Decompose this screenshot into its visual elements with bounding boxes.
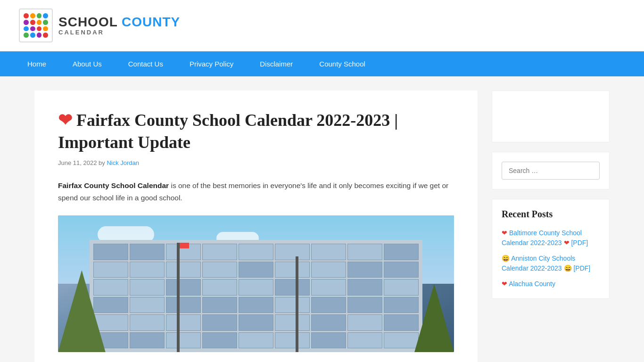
- logo-subtitle: CALENDAR: [58, 29, 180, 36]
- building-window: [166, 332, 201, 348]
- building-window: [166, 297, 201, 313]
- building-window: [130, 244, 165, 260]
- building-window: [311, 244, 346, 260]
- building-window: [130, 297, 165, 313]
- building-window: [202, 297, 237, 313]
- recent-post-item: 😄 Anniston City Schools Calendar 2022-20…: [502, 254, 600, 273]
- logo-icon: [19, 8, 53, 42]
- building-window: [311, 314, 346, 330]
- nav-link-home[interactable]: Home: [14, 51, 59, 76]
- building-window: [239, 332, 273, 348]
- building-window: [347, 297, 382, 313]
- building-window: [239, 314, 273, 330]
- article-author[interactable]: Nick Jordan: [107, 159, 139, 166]
- nav-link-disclaimer[interactable]: Disclaimer: [247, 51, 306, 76]
- building-window: [311, 262, 346, 278]
- nav-item-privacy[interactable]: Privacy Policy: [176, 51, 247, 76]
- nav-item-home[interactable]: Home: [14, 51, 59, 76]
- sidebar: Recent Posts ❤ Baltimore County School C…: [492, 90, 610, 362]
- building-window: [166, 262, 201, 278]
- post1-heart-icon: ❤: [502, 229, 507, 237]
- recent-post-link-1[interactable]: ❤ Baltimore County School Calendar 2022-…: [502, 229, 588, 247]
- site-logo[interactable]: SCHOOL COUNTY CALENDAR: [19, 8, 180, 42]
- post2-pdf: [PDF]: [572, 264, 591, 272]
- article-meta: June 11, 2022 by Nick Jordan: [58, 159, 454, 166]
- post3-text: Alachua County: [509, 280, 555, 288]
- logo-school: SCHOOL: [58, 15, 117, 29]
- nav-item-disclaimer[interactable]: Disclaimer: [247, 51, 306, 76]
- building-window: [166, 314, 201, 330]
- recent-post-link-3[interactable]: ❤ Alachua County: [502, 280, 555, 288]
- building-window: [384, 332, 419, 348]
- nav-item-contact[interactable]: Contact Us: [115, 51, 176, 76]
- building-window: [239, 297, 273, 313]
- building-window: [275, 314, 310, 330]
- sidebar-ad: [492, 90, 610, 142]
- building-window: [347, 244, 382, 260]
- building-window: [275, 244, 310, 260]
- recent-post-item: ❤ Alachua County: [502, 279, 600, 289]
- building-window: [384, 314, 419, 330]
- post1-pdf: [PDF]: [570, 239, 588, 247]
- building-window: [347, 262, 382, 278]
- nav-link-contact[interactable]: Contact Us: [115, 51, 176, 76]
- nav-link-county-school[interactable]: County School: [306, 51, 379, 76]
- building-window: [347, 314, 382, 330]
- post3-heart-icon: ❤: [502, 280, 507, 288]
- building-window: [311, 332, 346, 348]
- building-window: [347, 332, 382, 348]
- building-window: [384, 297, 419, 313]
- main-wrapper: ❤ Fairfax County School Calendar 2022-20…: [25, 76, 619, 362]
- article-intro: Fairfax County School Calendar is one of…: [58, 180, 454, 205]
- recent-posts-list: ❤ Baltimore County School Calendar 2022-…: [502, 228, 600, 289]
- recent-post-link-2[interactable]: 😄 Anniston City Schools Calendar 2022-20…: [502, 255, 590, 272]
- nav-list: Home About Us Contact Us Privacy Policy …: [14, 51, 630, 76]
- building-window: [202, 332, 237, 348]
- building-window: [166, 279, 201, 295]
- building-window: [275, 297, 310, 313]
- sidebar-search-block: [492, 152, 610, 189]
- building-window: [275, 262, 310, 278]
- building-window: [239, 279, 273, 295]
- logo-text: SCHOOL COUNTY CALENDAR: [58, 16, 180, 36]
- article-date: June 11, 2022: [58, 159, 97, 166]
- nav-item-county-school[interactable]: County School: [306, 51, 379, 76]
- nav-link-privacy[interactable]: Privacy Policy: [176, 51, 247, 76]
- building-window: [93, 314, 128, 330]
- building-window: [384, 244, 419, 260]
- building-window: [311, 297, 346, 313]
- building-window: [130, 279, 165, 295]
- site-header: SCHOOL COUNTY CALENDAR: [0, 0, 644, 51]
- building-window: [130, 314, 165, 330]
- building-window: [202, 244, 237, 260]
- building-window: [347, 279, 382, 295]
- article-title: ❤ Fairfax County School Calendar 2022-20…: [58, 109, 454, 154]
- title-heart-icon: ❤: [58, 111, 72, 130]
- article-intro-bold: Fairfax County School Calendar: [58, 181, 169, 189]
- building-window: [93, 262, 128, 278]
- article-by: by: [99, 159, 107, 166]
- building-window: [130, 262, 165, 278]
- recent-posts-title: Recent Posts: [502, 209, 600, 220]
- content-area: ❤ Fairfax County School Calendar 2022-20…: [34, 90, 478, 362]
- building-window: [384, 279, 419, 295]
- building-window: [93, 297, 128, 313]
- sidebar-recent-block: Recent Posts ❤ Baltimore County School C…: [492, 199, 610, 299]
- building-window: [239, 244, 273, 260]
- logo-title: SCHOOL COUNTY: [58, 16, 180, 29]
- post2-emoji: 😄: [502, 255, 510, 262]
- building-window: [130, 332, 165, 348]
- building-window: [202, 262, 237, 278]
- building-window: [275, 332, 310, 348]
- building-window: [202, 279, 237, 295]
- building-window: [239, 262, 273, 278]
- building-window: [275, 279, 310, 295]
- building-window: [311, 279, 346, 295]
- main-nav: Home About Us Contact Us Privacy Policy …: [0, 51, 644, 76]
- building-image: [58, 215, 454, 352]
- recent-post-item: ❤ Baltimore County School Calendar 2022-…: [502, 228, 600, 248]
- nav-item-about[interactable]: About Us: [59, 51, 115, 76]
- title-text: Fairfax County School Calendar 2022-2023…: [58, 111, 398, 152]
- search-input[interactable]: [502, 162, 600, 180]
- nav-link-about[interactable]: About Us: [59, 51, 115, 76]
